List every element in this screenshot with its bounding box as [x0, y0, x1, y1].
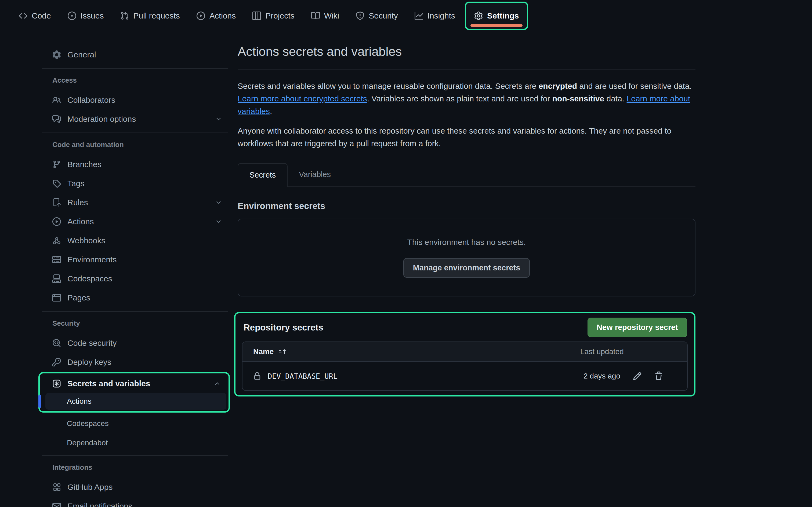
column-header-name[interactable]: Name — [253, 347, 574, 356]
manage-environment-secrets-button[interactable]: Manage environment secrets — [403, 258, 530, 278]
sidebar-subitem-dependabot[interactable]: Dependabot — [45, 435, 228, 451]
chevron-up-icon — [214, 380, 220, 387]
sidebar-item-secrets-and-variables[interactable]: Secrets and variables — [42, 374, 226, 393]
secret-name-cell: DEV_DATABASE_URL — [253, 372, 574, 380]
tab-code[interactable]: Code — [12, 2, 58, 29]
repository-secrets-table: Name Last updated DEV_DATABASE_URL 2 day… — [242, 341, 688, 391]
column-header-last-updated: Last updated — [574, 347, 676, 356]
tag-icon — [52, 179, 61, 188]
sidebar-section-security: Security — [42, 319, 228, 328]
sidebar-item-code-security[interactable]: Code security — [42, 333, 228, 352]
graph-icon — [415, 11, 423, 20]
sidebar-item-branches[interactable]: Branches — [42, 155, 228, 174]
lock-icon — [253, 372, 261, 380]
intro-paragraph: Secrets and variables allow you to manag… — [238, 80, 696, 117]
tab-label: Insights — [427, 11, 455, 20]
sidebar-item-label: GitHub Apps — [67, 483, 112, 492]
name-column-label: Name — [253, 347, 273, 356]
tab-actions[interactable]: Actions — [190, 2, 243, 29]
sidebar-section-code-automation: Code and automation — [42, 140, 228, 149]
tab-label: Pull requests — [133, 11, 180, 20]
sidebar-divider — [42, 132, 228, 133]
new-repository-secret-button[interactable]: New repository secret — [588, 318, 687, 337]
delete-secret-button[interactable] — [654, 372, 663, 381]
sort-ascending-icon — [279, 348, 286, 355]
sidebar-item-label: Actions — [67, 217, 94, 226]
comment-discussion-icon — [52, 115, 61, 123]
shield-icon — [356, 11, 364, 20]
play-icon — [52, 217, 61, 226]
sidebar-item-label: Collaborators — [67, 96, 115, 105]
sidebar-section-access: Access — [42, 76, 228, 84]
sidebar-item-label: Webhooks — [67, 236, 105, 245]
sidebar-item-environments[interactable]: Environments — [42, 250, 228, 269]
sidebar-item-tags[interactable]: Tags — [42, 174, 228, 193]
table-header-row: Name Last updated — [243, 342, 687, 362]
last-updated-value: 2 days ago — [583, 372, 620, 380]
sidebar-item-label: Branches — [67, 160, 101, 169]
sidebar-section-integrations: Integrations — [42, 463, 228, 471]
tab-settings[interactable]: Settings — [465, 2, 528, 30]
tab-issues[interactable]: Issues — [61, 2, 111, 29]
sidebar-item-github-apps[interactable]: GitHub Apps — [42, 477, 228, 497]
tab-variables[interactable]: Variables — [288, 163, 342, 186]
tab-label: Settings — [487, 11, 519, 20]
tab-secrets[interactable]: Secrets — [238, 163, 288, 187]
repository-secrets-heading: Repository secrets — [244, 323, 323, 333]
browser-icon — [52, 293, 61, 302]
rules-icon — [52, 198, 61, 207]
edit-secret-button[interactable] — [632, 372, 642, 381]
chevron-down-icon — [215, 218, 222, 225]
sidebar-item-rules[interactable]: Rules — [42, 193, 228, 212]
environment-secrets-box: This environment has no secrets. Manage … — [238, 219, 696, 296]
intro-bold-non-sensitive: non-sensitive — [552, 94, 604, 103]
sidebar-item-collaborators[interactable]: Collaborators — [42, 91, 228, 109]
table-icon — [252, 11, 261, 20]
sidebar-item-email-notifications[interactable]: Email notifications — [42, 497, 228, 507]
sidebar-subitem-codespaces[interactable]: Codespaces — [45, 415, 228, 432]
sidebar-subitem-actions[interactable]: Actions — [45, 393, 226, 410]
annotation-repository-secrets-highlight: Repository secrets New repository secret… — [234, 312, 696, 396]
secrets-variables-tabs: Secrets Variables — [238, 163, 696, 187]
gear-icon — [52, 50, 61, 59]
environment-secrets-heading: Environment secrets — [238, 201, 696, 211]
chevron-down-icon — [215, 116, 222, 122]
webhook-icon — [52, 236, 61, 245]
chevron-down-icon — [215, 199, 222, 206]
sidebar-item-label: Environments — [67, 255, 116, 264]
git-pull-request-icon — [120, 11, 129, 20]
codescan-icon — [52, 339, 61, 347]
tab-insights[interactable]: Insights — [408, 2, 462, 29]
settings-sidebar: General Access Collaborators Moderation … — [42, 32, 228, 507]
row-actions: 2 days ago — [574, 372, 676, 381]
people-icon — [52, 96, 61, 104]
tab-label: Projects — [265, 11, 294, 20]
sidebar-item-webhooks[interactable]: Webhooks — [42, 231, 228, 250]
tab-label: Code — [32, 11, 51, 20]
tab-projects[interactable]: Projects — [245, 2, 301, 29]
intro-text: data. — [604, 94, 626, 103]
server-icon — [52, 256, 61, 264]
sidebar-item-label: Secrets and variables — [67, 379, 150, 388]
repo-tab-bar: Code Issues Pull requests Actions Projec… — [0, 0, 812, 32]
sidebar-item-codespaces[interactable]: Codespaces — [42, 269, 228, 288]
sidebar-item-deploy-keys[interactable]: Deploy keys — [42, 352, 228, 372]
intro-paragraph-2: Anyone with collaborator access to this … — [238, 124, 696, 150]
link-encrypted-secrets[interactable]: Learn more about encrypted secrets — [238, 94, 367, 103]
git-branch-icon — [52, 160, 61, 169]
sidebar-item-pages[interactable]: Pages — [42, 288, 228, 307]
tab-security[interactable]: Security — [349, 2, 405, 29]
page-title: Actions secrets and variables — [238, 44, 696, 70]
key-icon — [52, 358, 61, 367]
issue-opened-icon — [68, 11, 76, 20]
tab-wiki[interactable]: Wiki — [304, 2, 346, 29]
sidebar-subitem-label: Actions — [67, 397, 92, 406]
sidebar-item-actions[interactable]: Actions — [42, 212, 228, 231]
sidebar-subitem-label: Dependabot — [67, 439, 108, 447]
table-row: DEV_DATABASE_URL 2 days ago — [243, 362, 687, 390]
code-icon — [19, 11, 28, 20]
intro-text: . Variables are shown as plain text and … — [367, 94, 552, 103]
tab-pull-requests[interactable]: Pull requests — [113, 2, 187, 29]
sidebar-item-general[interactable]: General — [42, 45, 228, 64]
sidebar-item-moderation-options[interactable]: Moderation options — [42, 109, 228, 128]
